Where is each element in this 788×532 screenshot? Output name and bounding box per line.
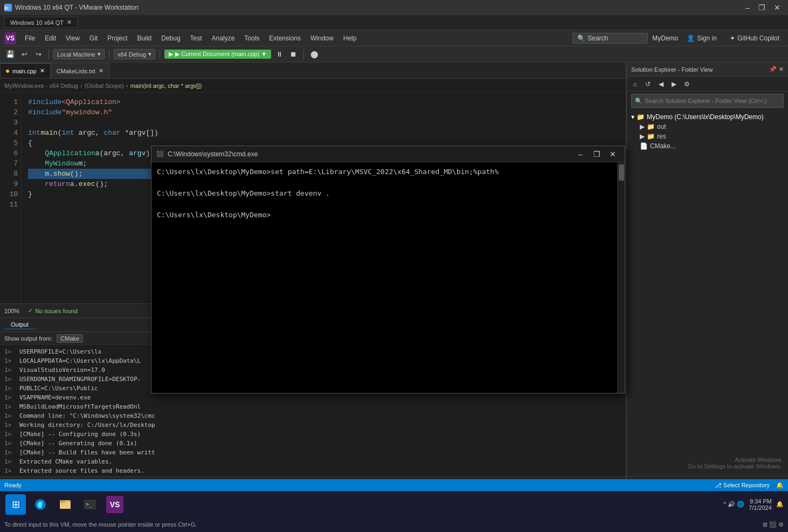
svg-rect-1 (60, 502, 71, 509)
cmd-line-0: C:\Users\lx\Desktop\MyDemo>set path=E:\L… (157, 167, 612, 177)
local-machine-label: Local Machine (57, 51, 95, 58)
close-tab-cmakelists-icon[interactable]: ✕ (99, 67, 103, 74)
cmd-title-label: C:\Windows\system32\cmd.exe (168, 150, 570, 158)
vs-search-box[interactable]: 🔍 Search (572, 33, 648, 44)
ol-8: 1>Command line: "C:\Windows\system32\cmc (4, 411, 621, 420)
activate-line1: Activate Windows (633, 457, 782, 463)
menu-git[interactable]: Git (85, 33, 102, 44)
menu-file[interactable]: File (20, 33, 39, 44)
vs-menubar: VS File Edit View Git Project Build Debu… (0, 30, 788, 46)
close-tab-icon[interactable]: ✕ (40, 67, 45, 74)
person-icon: 👤 (687, 34, 695, 42)
ln-8: 8 (3, 169, 18, 179)
tab-output[interactable]: Output (4, 320, 35, 329)
se-pin-icon[interactable]: 📌 (769, 66, 777, 73)
menu-window[interactable]: Window (306, 33, 338, 44)
menu-test[interactable]: Test (186, 33, 206, 44)
ln-2: 2 (3, 107, 18, 118)
bell-icon[interactable]: 🔔 (776, 482, 784, 489)
github-copilot-button[interactable]: ✦ GitHub Copilot (725, 33, 784, 43)
vs-icon: VS (106, 496, 123, 513)
sign-in-button[interactable]: 👤 Sign in (682, 33, 721, 43)
menu-debug[interactable]: Debug (157, 33, 184, 44)
vm-close-btn[interactable]: ✕ (771, 2, 784, 13)
se-root[interactable]: ▾ 📁 MyDemo (C:\Users\lx\Desktop\MyDemo) (627, 112, 788, 122)
terminal-button[interactable]: >_ (79, 493, 101, 516)
se-settings-btn[interactable]: ⚙ (681, 78, 693, 90)
edge-button[interactable] (29, 493, 52, 516)
show-output-from-label: Show output from: (4, 335, 52, 342)
menu-help[interactable]: Help (339, 33, 361, 44)
vm-minimize-btn[interactable]: – (742, 2, 753, 13)
vm-window-title: Windows 10 x64 QT - VMware Workstation (15, 4, 739, 11)
se-item-res[interactable]: ▶ 📁 res (627, 132, 788, 141)
statusbar-right: ⎇ Select Repository 🔔 (715, 482, 784, 489)
se-item-cmake[interactable]: 📄 CMake... (627, 141, 788, 151)
cmd-close-btn[interactable]: ✕ (605, 147, 620, 162)
se-collapse-btn[interactable]: ◀ (655, 78, 667, 90)
svg-text:>_: >_ (86, 501, 93, 508)
tab-main-cpp-label: main.cpp (12, 68, 37, 74)
tab-cmakelists[interactable]: CMakeLists.txt ✕ (51, 63, 109, 78)
se-tree: ▾ 📁 MyDemo (C:\Users\lx\Desktop\MyDemo) … (627, 110, 788, 450)
cmd-minimize-btn[interactable]: – (573, 147, 588, 162)
se-item-out-label: out (657, 123, 666, 130)
se-expand-btn[interactable]: ▶ (668, 78, 680, 90)
menu-view[interactable]: View (61, 33, 84, 44)
menu-edit[interactable]: Edit (40, 33, 60, 44)
toolbar-breakpoints[interactable]: ⬤ (308, 49, 320, 60)
start-button[interactable]: ⊞ (4, 493, 27, 516)
vm-titlebar: ▶ Windows 10 x64 QT - VMware Workstation… (0, 0, 788, 15)
cmd-scrollbar[interactable] (617, 162, 625, 393)
solution-explorer: Solution Explorer - Folder View 📌 ✕ ⌂ ↺ … (626, 63, 788, 490)
cmd-line-1 (157, 177, 612, 188)
ln-7: 7 (3, 158, 18, 169)
se-home-btn[interactable]: ⌂ (629, 78, 641, 90)
vm-tab-windows10[interactable]: Windows 10 x64 QT ✕ (4, 17, 78, 28)
se-refresh-btn[interactable]: ↺ (642, 78, 654, 90)
cmd-line-4: C:\Users\lx\Desktop\MyDemo> (157, 210, 612, 220)
search-icon: 🔍 (577, 34, 585, 42)
ln-1: 1 (3, 97, 18, 107)
explorer-icon (58, 497, 73, 512)
toolbar-redo[interactable]: ↪ (32, 49, 44, 60)
zoom-level[interactable]: 100% (4, 308, 19, 314)
output-source-dropdown[interactable]: CMake (57, 334, 83, 343)
cmd-window: ⬛ C:\Windows\system32\cmd.exe – ❐ ✕ C:\U… (151, 146, 625, 393)
debug-config-dropdown[interactable]: x64 Debug ▾ (114, 49, 155, 59)
chevron-down-icon-2: ▾ (148, 51, 151, 58)
run-button[interactable]: ▶ ▶ Current Document (main.cpp) ▼ (164, 50, 271, 59)
explorer-button[interactable] (54, 493, 77, 516)
se-close-icon[interactable]: ✕ (779, 66, 784, 73)
menu-project[interactable]: Project (103, 33, 132, 44)
ln-11: 11 (3, 199, 18, 210)
select-repo-btn[interactable]: ⎇ Select Repository (715, 482, 770, 489)
no-issues-indicator: ✓ No issues found (28, 307, 78, 314)
toolbar-save-all[interactable]: 💾 (4, 49, 16, 60)
folder-icon-out: 📁 (647, 123, 655, 130)
menu-analyze[interactable]: Analyze (208, 33, 239, 44)
vs-taskbar-button[interactable]: VS (103, 493, 126, 516)
ol-13: 1>Extracted CMake variables. (4, 457, 621, 466)
vm-tab-close[interactable]: ✕ (67, 19, 72, 26)
tab-main-cpp[interactable]: main.cpp ✕ (0, 63, 51, 78)
toolbar-sep-3 (160, 50, 160, 59)
se-item-out[interactable]: ▶ 📁 out (627, 122, 788, 132)
check-icon: ✓ (28, 307, 33, 314)
menu-tools[interactable]: Tools (240, 33, 264, 44)
toolbar-pause[interactable]: ⏸ (273, 49, 285, 60)
ln-10: 10 (3, 189, 18, 199)
se-search-box[interactable]: 🔍 Search Solution Explorer - Folder View… (631, 94, 784, 108)
local-machine-dropdown[interactable]: Local Machine ▾ (53, 49, 105, 59)
menu-build[interactable]: Build (133, 33, 156, 44)
code-line-3 (28, 118, 619, 128)
toolbar-undo[interactable]: ↩ (18, 49, 30, 60)
cmd-restore-btn[interactable]: ❐ (589, 147, 604, 162)
cmd-scroll-thumb (619, 164, 624, 181)
menu-extensions[interactable]: Extensions (265, 33, 305, 44)
toolbar-stop[interactable]: ⏹ (287, 49, 299, 60)
cmd-content[interactable]: C:\Users\lx\Desktop\MyDemo>set path=E:\L… (151, 162, 617, 393)
vm-restore-btn[interactable]: ❐ (755, 2, 769, 13)
notification-icon[interactable]: 🔔 (776, 501, 784, 508)
vm-window-controls: – ❐ ✕ (742, 2, 784, 13)
